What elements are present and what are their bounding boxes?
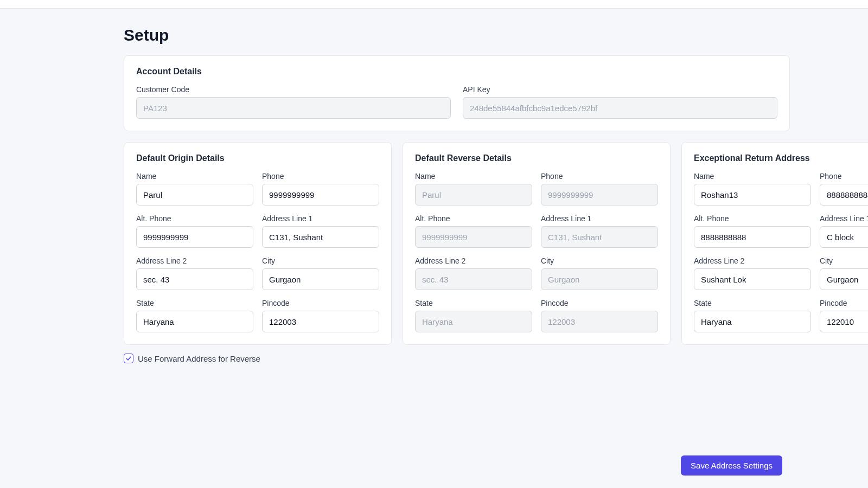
origin-addr1-input[interactable] (262, 226, 379, 248)
reverse-city-label: City (541, 256, 658, 265)
customer-code-input (136, 97, 451, 119)
address-cards-row: Default Origin Details Name Phone Alt. P… (124, 142, 790, 345)
exceptional-addr1-input[interactable] (820, 226, 868, 248)
origin-details-title: Default Origin Details (136, 153, 379, 163)
reverse-name-label: Name (415, 172, 532, 181)
reverse-phone-label: Phone (541, 172, 658, 181)
origin-addr2-input[interactable] (136, 268, 253, 290)
origin-addr1-label: Address Line 1 (262, 214, 379, 223)
reverse-details-card: Default Reverse Details Name Phone Alt. … (403, 142, 671, 345)
origin-city-label: City (262, 256, 379, 265)
account-details-card: Account Details Customer Code API Key (124, 55, 790, 131)
reverse-addr1-label: Address Line 1 (541, 214, 658, 223)
forward-address-checkbox-row: Use Forward Address for Reverse (124, 354, 790, 363)
exceptional-altphone-input[interactable] (694, 226, 811, 248)
check-icon (125, 355, 132, 362)
exceptional-name-label: Name (694, 172, 811, 181)
exceptional-addr1-label: Address Line 1 (820, 214, 868, 223)
exceptional-state-input[interactable] (694, 311, 811, 332)
origin-state-input[interactable] (136, 311, 253, 332)
origin-pincode-input[interactable] (262, 311, 379, 332)
origin-altphone-label: Alt. Phone (136, 214, 253, 223)
exceptional-name-input[interactable] (694, 184, 811, 206)
api-key-input (463, 97, 777, 119)
reverse-city-input (541, 268, 658, 290)
footer-bar: Save Address Settings (0, 442, 868, 488)
reverse-state-label: State (415, 299, 532, 307)
reverse-addr2-label: Address Line 2 (415, 256, 532, 265)
reverse-pincode-input (541, 311, 658, 332)
exceptional-altphone-label: Alt. Phone (694, 214, 811, 223)
exceptional-city-label: City (820, 256, 868, 265)
save-address-settings-button[interactable]: Save Address Settings (681, 455, 782, 476)
exceptional-return-title: Exceptional Return Address (694, 153, 868, 163)
reverse-pincode-label: Pincode (541, 299, 658, 307)
origin-details-card: Default Origin Details Name Phone Alt. P… (124, 142, 392, 345)
reverse-state-input (415, 311, 532, 332)
origin-phone-label: Phone (262, 172, 379, 181)
reverse-addr1-input (541, 226, 658, 248)
reverse-phone-input (541, 184, 658, 206)
exceptional-state-label: State (694, 299, 811, 307)
exceptional-addr2-label: Address Line 2 (694, 256, 811, 265)
origin-name-label: Name (136, 172, 253, 181)
customer-code-label: Customer Code (136, 85, 451, 94)
reverse-altphone-input (415, 226, 532, 248)
origin-pincode-label: Pincode (262, 299, 379, 307)
exceptional-return-card: Exceptional Return Address Name Phone Al… (681, 142, 868, 345)
origin-addr2-label: Address Line 2 (136, 256, 253, 265)
exceptional-city-input[interactable] (820, 268, 868, 290)
page-title: Setup (124, 26, 790, 44)
exceptional-addr2-input[interactable] (694, 268, 811, 290)
origin-phone-input[interactable] (262, 184, 379, 206)
origin-city-input[interactable] (262, 268, 379, 290)
reverse-name-input (415, 184, 532, 206)
exceptional-phone-label: Phone (820, 172, 868, 181)
reverse-details-title: Default Reverse Details (415, 153, 658, 163)
topbar (0, 0, 868, 9)
page-content: Setup Account Details Customer Code API … (124, 9, 790, 363)
forward-address-checkbox-label: Use Forward Address for Reverse (138, 354, 260, 363)
exceptional-phone-input[interactable] (820, 184, 868, 206)
exceptional-pincode-label: Pincode (820, 299, 868, 307)
origin-name-input[interactable] (136, 184, 253, 206)
account-details-title: Account Details (136, 67, 777, 76)
api-key-label: API Key (463, 85, 777, 94)
reverse-addr2-input (415, 268, 532, 290)
origin-state-label: State (136, 299, 253, 307)
origin-altphone-input[interactable] (136, 226, 253, 248)
forward-address-checkbox[interactable] (124, 354, 133, 363)
exceptional-pincode-input[interactable] (820, 311, 868, 332)
reverse-altphone-label: Alt. Phone (415, 214, 532, 223)
